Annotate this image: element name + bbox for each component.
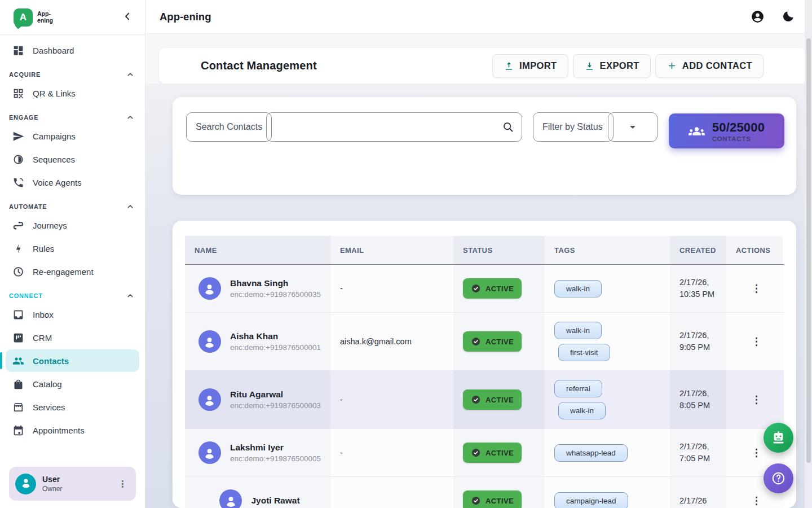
- sidebar-section-label: ACQUIRE: [9, 71, 41, 78]
- sidebar-section-automate[interactable]: AUTOMATE: [9, 202, 135, 211]
- column-header-actions: ACTIONS: [726, 236, 783, 264]
- user-panel: User Owner ⋮: [0, 459, 145, 508]
- scrollbar-track[interactable]: [805, 0, 812, 508]
- sidebar-section-label: AUTOMATE: [9, 203, 47, 210]
- sidebar-item-label: Catalog: [33, 379, 62, 389]
- search-input-box[interactable]: [266, 112, 522, 142]
- avatar: [198, 277, 221, 300]
- status-filter-caret-box[interactable]: [608, 112, 657, 142]
- table-row[interactable]: Jyoti Rawat ACTIVE campaign-lead 2/17/26…: [185, 477, 784, 508]
- sidebar-item-appointments[interactable]: Appointments: [6, 419, 139, 441]
- user-info: User Owner: [42, 475, 108, 493]
- sidebar-item-label: Appointments: [33, 426, 85, 435]
- sidebar-item-label: Campaigns: [33, 132, 76, 141]
- voice-agents-icon: [12, 177, 24, 189]
- column-header-created: CREATED: [670, 236, 726, 264]
- scrollbar-thumb[interactable]: [806, 38, 811, 463]
- contact-created: 2/17/26, 9:05 PM: [670, 313, 726, 370]
- chevron-up-icon: [126, 113, 135, 122]
- sidebar-item-campaigns[interactable]: Campaigns: [6, 125, 139, 147]
- help-fab[interactable]: [764, 463, 793, 493]
- sidebar-item-rules[interactable]: Rules: [6, 237, 139, 260]
- search-card: Search Contacts Filter by Status 50/2500…: [173, 97, 796, 195]
- avatar: [198, 330, 221, 353]
- name-cell: Aisha Khan enc:demo:+919876500001: [185, 313, 330, 370]
- sidebar-item-contacts[interactable]: Contacts: [6, 349, 139, 372]
- row-actions-button[interactable]: ⋮: [747, 391, 766, 408]
- person-icon: [19, 476, 33, 492]
- name-cell: Ritu Agarwal enc:demo:+919876500003: [185, 371, 330, 428]
- sidebar-collapse-button[interactable]: [120, 10, 135, 25]
- search-field[interactable]: Search Contacts: [186, 112, 522, 142]
- user-menu-button[interactable]: ⋮: [114, 479, 130, 489]
- contacts-icon: [12, 355, 24, 367]
- table-row[interactable]: Bhavna Singh enc:demo:+919876500035 - AC…: [185, 265, 784, 313]
- sidebar-item-journeys[interactable]: Journeys: [6, 214, 139, 237]
- toolbar-buttons: IMPORT EXPORT ADD CONTACT: [492, 54, 764, 78]
- sidebar-section-engage[interactable]: ENGAGE: [9, 113, 135, 122]
- user-card[interactable]: User Owner ⋮: [9, 467, 136, 501]
- inbox-icon: [12, 309, 24, 321]
- sidebar-item-qr-links[interactable]: QR & Links: [6, 82, 139, 104]
- brand-text: App- ening: [37, 11, 53, 24]
- sidebar-item-catalog[interactable]: Catalog: [6, 373, 139, 395]
- table-row[interactable]: Aisha Khan enc:demo:+919876500001 aisha.…: [185, 313, 784, 371]
- row-actions-button[interactable]: ⋮: [747, 444, 766, 461]
- table-row[interactable]: Lakshmi Iyer enc:demo:+919876500005 - AC…: [185, 429, 784, 477]
- sidebar-item-dashboard[interactable]: Dashboard: [6, 39, 139, 62]
- sidebar-section-connect[interactable]: CONNECT: [9, 291, 135, 300]
- re-engagement-icon: [12, 266, 24, 278]
- sidebar-item-re-engagement[interactable]: Re-engagement: [6, 260, 139, 283]
- table-body: Bhavna Singh enc:demo:+919876500035 - AC…: [185, 265, 784, 508]
- row-actions-button[interactable]: ⋮: [747, 280, 766, 297]
- status-badge: ACTIVE: [463, 443, 522, 463]
- sidebar-item-label: Dashboard: [33, 46, 74, 55]
- status-cell: ACTIVE: [453, 477, 545, 508]
- support-bot-fab[interactable]: [764, 423, 793, 453]
- search-label: Search Contacts: [186, 112, 272, 142]
- topbar-icons: [751, 10, 795, 24]
- sidebar-item-label: Re-engagement: [33, 267, 94, 277]
- name-cell: Jyoti Rawat: [185, 477, 330, 508]
- sidebar-item-services[interactable]: Services: [6, 396, 139, 418]
- status-filter-select[interactable]: Filter by Status: [533, 112, 657, 142]
- table-header: NAME EMAIL STATUS TAGS CREATED ACTIONS: [185, 236, 784, 265]
- export-button[interactable]: EXPORT: [573, 54, 651, 78]
- chevron-up-icon: [126, 70, 135, 79]
- row-actions-button[interactable]: ⋮: [747, 333, 766, 350]
- send-icon: [12, 130, 24, 142]
- moon-icon[interactable]: [781, 10, 795, 24]
- table-row[interactable]: Ritu Agarwal enc:demo:+919876500003 - AC…: [185, 371, 784, 429]
- contact-tags: referralwalk-in: [545, 371, 670, 428]
- sidebar-item-inbox[interactable]: Inbox: [6, 303, 139, 326]
- sidebar-section-acquire[interactable]: ACQUIRE: [9, 70, 135, 79]
- sidebar-item-label: CRM: [33, 333, 52, 343]
- import-button[interactable]: IMPORT: [492, 54, 568, 78]
- column-header-tags: TAGS: [545, 236, 670, 264]
- user-avatar: [15, 474, 36, 494]
- add-contact-button[interactable]: ADD CONTACT: [655, 54, 764, 78]
- catalog-icon: [12, 378, 24, 390]
- contact-created: 2/17/26: [670, 477, 726, 508]
- sidebar-item-sequences[interactable]: Sequences: [6, 148, 139, 170]
- download-icon: [584, 60, 595, 71]
- sidebar-section-label: CONNECT: [9, 292, 43, 299]
- journeys-icon: [12, 220, 24, 231]
- check-circle-icon: [471, 283, 481, 294]
- app-logo: A App- ening: [14, 8, 53, 27]
- person-icon: [202, 281, 217, 296]
- contacts-caption: CONTACTS: [712, 135, 765, 142]
- tag-pill: first-visit: [558, 344, 610, 361]
- groups-icon: [689, 123, 705, 139]
- search-input[interactable]: [276, 122, 502, 132]
- sidebar-item-crm[interactable]: CRM: [6, 326, 139, 349]
- status-cell: ACTIVE: [453, 371, 545, 428]
- account-icon[interactable]: [751, 10, 765, 24]
- row-actions-button[interactable]: ⋮: [747, 492, 766, 508]
- person-icon: [202, 445, 217, 461]
- status-cell: ACTIVE: [453, 265, 545, 312]
- check-circle-icon: [471, 448, 481, 458]
- sidebar-item-voice-agents[interactable]: Voice Agents: [6, 171, 139, 194]
- column-header-name: NAME: [185, 236, 330, 264]
- contact-email: aisha.k@gmail.com: [330, 313, 453, 370]
